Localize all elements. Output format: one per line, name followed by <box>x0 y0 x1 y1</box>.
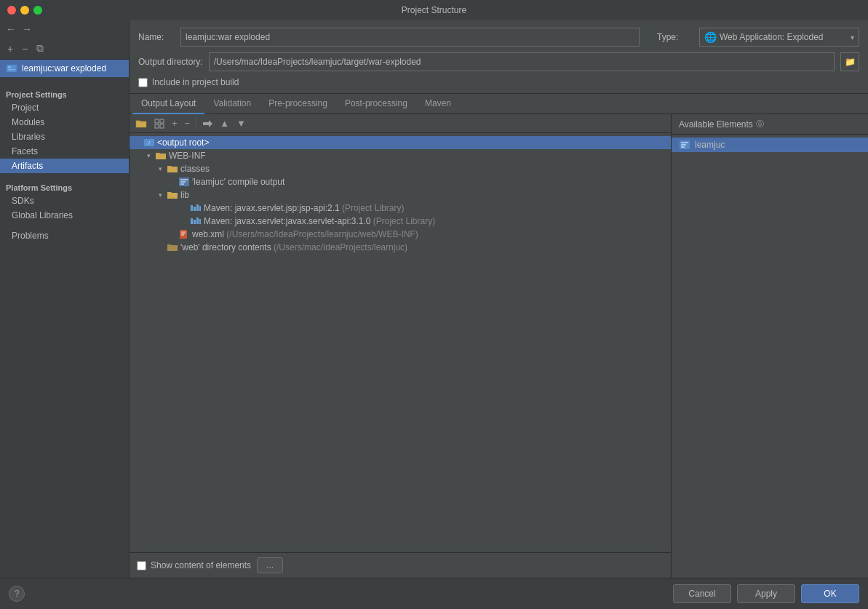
svg-rect-13 <box>194 207 196 211</box>
tree-item-web-xml[interactable]: web.xml (/Users/mac/IdeaProjects/learnju… <box>130 228 671 241</box>
tree-item-web-inf[interactable]: ▾ WEB-INF <box>130 149 671 162</box>
include-in-build-checkbox[interactable] <box>138 78 148 87</box>
add-artifact-button[interactable]: + <box>4 41 16 56</box>
sidebar-item-libraries[interactable]: Libraries <box>0 130 129 144</box>
tree-folder-btn[interactable] <box>132 117 150 130</box>
remove-artifact-button[interactable]: − <box>19 41 31 56</box>
tab-post-processing[interactable]: Post-processing <box>336 94 416 114</box>
minimize-button[interactable] <box>20 6 29 15</box>
web-inf-folder-icon <box>155 151 167 161</box>
tree-toolbar: + − ▲ ▼ <box>130 114 671 133</box>
copy-artifact-button[interactable]: ⧉ <box>33 41 47 56</box>
svg-text:/: / <box>148 140 150 146</box>
help-button[interactable]: ? <box>9 586 25 602</box>
sidebar-artifact-label: leamjuc:war exploded <box>22 63 106 73</box>
web-dir-icon <box>167 242 178 252</box>
maximize-button[interactable] <box>33 6 42 15</box>
browse-dir-button[interactable]: 📁 <box>840 52 859 71</box>
sidebar-item-artifacts[interactable]: Artifacts <box>0 159 129 173</box>
window-title: Project Structure <box>402 5 466 15</box>
tree-label-compile: 'leamjuc' compile output <box>192 177 284 187</box>
sidebar-item-project[interactable]: Project <box>0 100 129 115</box>
tree-item-lib[interactable]: ▾ lib <box>130 188 671 202</box>
svg-rect-4 <box>160 119 164 123</box>
content-body: + − ▲ ▼ <box>130 114 868 578</box>
include-in-build-label: Include in project build <box>152 77 239 87</box>
available-item-label: leamjuc <box>695 140 725 150</box>
web-xml-icon <box>178 229 190 239</box>
show-content-more-btn[interactable]: ... <box>257 557 283 573</box>
sidebar-item-modules[interactable]: Modules <box>0 115 129 130</box>
sidebar-item-sdks[interactable]: SDKs <box>0 194 129 208</box>
output-dir-input[interactable] <box>209 52 835 71</box>
sidebar-item-problems[interactable]: Problems <box>0 228 129 243</box>
sidebar-artifact-leamjuc[interactable]: leamjuc:war exploded <box>0 60 129 77</box>
maven-servlet-icon <box>190 216 202 226</box>
apply-button[interactable]: Apply <box>737 584 795 603</box>
tree-label-lib: lib <box>180 190 189 200</box>
name-label: Name: <box>138 32 175 42</box>
arrow-web-inf: ▾ <box>144 152 153 159</box>
show-content-row: Show content of elements <box>137 560 251 570</box>
tree-item-output-root[interactable]: / <output root> <box>130 136 671 149</box>
arrow-classes: ▾ <box>156 165 164 172</box>
nav-forward-button[interactable]: → <box>20 23 33 35</box>
tree-label-web-dir: 'web' directory contents (/Users/mac/Ide… <box>180 242 407 252</box>
svg-rect-3 <box>155 119 159 123</box>
title-bar: Project Structure <box>0 0 868 20</box>
tree-item-maven-jsp[interactable]: Maven: javax.servlet.jsp:jsp-api:2.1 (Pr… <box>130 202 671 215</box>
tree-item-web-dir[interactable]: 'web' directory contents (/Users/mac/Ide… <box>130 241 671 254</box>
type-value: Web Application: Exploded <box>720 32 848 42</box>
available-item-leamjuc[interactable]: leamjuc <box>672 138 868 152</box>
svg-rect-16 <box>191 218 193 224</box>
type-select[interactable]: 🌐 Web Application: Exploded ▾ <box>699 28 859 47</box>
tree-panel: + − ▲ ▼ <box>130 114 672 578</box>
tree-add-btn[interactable]: + <box>169 116 180 130</box>
output-dir-row: Output directory: 📁 <box>138 52 859 71</box>
available-panel: Available Elements ⓪ leamjuc <box>672 114 868 578</box>
name-row: Name: Type: 🌐 Web Application: Exploded … <box>138 28 859 47</box>
tab-validation[interactable]: Validation <box>204 94 260 114</box>
svg-rect-18 <box>196 218 199 224</box>
sidebar-toolbar: + − ⧉ <box>0 38 129 60</box>
tree-item-classes[interactable]: ▾ classes <box>130 162 671 175</box>
svg-rect-2 <box>8 69 15 71</box>
tree-grid-btn[interactable] <box>151 117 167 130</box>
tree-up-btn[interactable]: ▲ <box>217 116 232 130</box>
toolbar-separator <box>196 118 196 130</box>
sidebar-item-global-libraries[interactable]: Global Libraries <box>0 208 129 223</box>
show-content-checkbox[interactable] <box>137 561 146 570</box>
tab-pre-processing[interactable]: Pre-processing <box>260 94 336 114</box>
footer: ? Cancel Apply OK <box>0 578 868 609</box>
tab-output-layout[interactable]: Output Layout <box>132 94 204 114</box>
module-icon <box>679 140 690 150</box>
nav-arrows: ← → <box>0 20 129 38</box>
output-root-icon: / <box>143 138 155 148</box>
tree-item-compile-output[interactable]: 'leamjuc' compile output <box>130 175 671 188</box>
platform-settings-header: Platform Settings <box>0 179 129 194</box>
lib-folder-icon <box>167 190 178 200</box>
svg-rect-17 <box>194 220 196 224</box>
tree-item-maven-servlet[interactable]: Maven: javax.servlet:javax.servlet-api:3… <box>130 215 671 228</box>
artifact-icon <box>6 63 17 74</box>
tab-maven[interactable]: Maven <box>416 94 460 114</box>
cancel-button[interactable]: Cancel <box>673 584 731 603</box>
sidebar-item-facets[interactable]: Facets <box>0 144 129 159</box>
tree-label-maven-servlet: Maven: javax.servlet:javax.servlet-api:3… <box>204 216 435 226</box>
tree-move-btn[interactable] <box>199 117 215 130</box>
tree-down-btn[interactable]: ▼ <box>234 116 249 130</box>
window-controls[interactable] <box>7 6 42 15</box>
type-dropdown-arrow: ▾ <box>851 33 854 41</box>
type-icon: 🌐 <box>704 31 717 43</box>
svg-rect-1 <box>8 66 11 68</box>
compile-output-icon <box>178 177 190 187</box>
tree-remove-btn[interactable]: − <box>182 116 194 130</box>
ok-button[interactable]: OK <box>801 584 859 603</box>
svg-rect-7 <box>203 122 209 125</box>
name-input[interactable] <box>180 28 640 47</box>
nav-back-button[interactable]: ← <box>4 23 17 35</box>
include-in-build-row: Include in project build <box>138 77 859 87</box>
tree-label-output-root: <output root> <box>157 138 209 148</box>
classes-folder-icon <box>167 164 178 174</box>
close-button[interactable] <box>7 6 16 15</box>
